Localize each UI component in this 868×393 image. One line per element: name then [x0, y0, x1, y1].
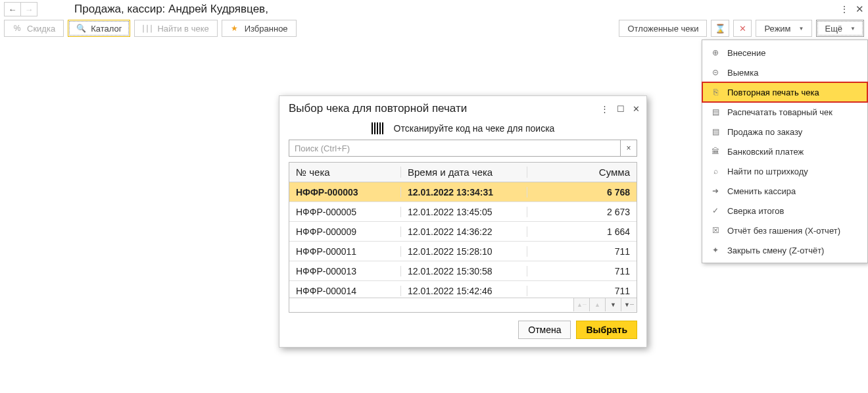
menu-item-label: Продажа по заказу [727, 127, 802, 137]
cell-number: НФФР-000013 [289, 266, 401, 276]
menu-item-label: Сменить кассира [727, 186, 796, 196]
cell-sum: 1 664 [527, 226, 637, 237]
menu-item-label: Банковский платеж [727, 147, 804, 157]
menu-item-label: Внесение [727, 48, 765, 58]
favorites-button[interactable]: ★ Избранное [222, 20, 297, 37]
menu-item-icon: ☒ [710, 225, 721, 236]
menu-item-10[interactable]: ✦Закрыть смену (Z-отчёт) [702, 240, 867, 260]
menu-item-4[interactable]: ▤Продажа по заказу [702, 122, 867, 142]
discount-button[interactable]: % Скидка [4, 20, 64, 37]
menu-item-7[interactable]: ➜Сменить кассира [702, 181, 867, 201]
search-icon: 🔍 [76, 24, 85, 33]
menu-item-0[interactable]: ⊕Внесение [702, 43, 867, 63]
cell-datetime: 12.01.2022 13:45:05 [401, 207, 527, 217]
more-label: Ещё [825, 24, 842, 34]
reprint-receipt-dialog: Выбор чека для повторной печати ⋮ ☐ ✕ От… [279, 95, 647, 348]
cell-sum: 711 [527, 286, 637, 296]
hourglass-icon: ⌛ [715, 24, 726, 34]
dialog-close-button[interactable]: ✕ [633, 104, 640, 114]
delete-icon: ✕ [739, 24, 746, 34]
cell-sum: 711 [527, 246, 637, 257]
col-number[interactable]: № чека [289, 167, 401, 178]
table-first-button[interactable]: ▲— [573, 298, 589, 311]
catalog-button[interactable]: 🔍 Каталог [68, 20, 130, 37]
chevron-down-icon: ▼ [799, 26, 804, 32]
more-dropdown-menu: ⊕Внесение⊝Выемка⎘Повторная печать чека▤Р… [702, 39, 868, 263]
catalog-label: Каталог [91, 24, 122, 34]
find-in-receipt-button[interactable]: ∣∣∣ Найти в чеке [134, 20, 217, 37]
scan-hint: Отсканируйте код на чеке для поиска [394, 123, 555, 134]
menu-item-3[interactable]: ▤Распечатать товарный чек [702, 102, 867, 122]
table-up-button[interactable]: ▲ [589, 298, 605, 311]
menu-item-2[interactable]: ⎘Повторная печать чека [702, 82, 867, 102]
menu-item-label: Выемка [727, 68, 758, 78]
mode-button[interactable]: Режим ▼ [756, 20, 812, 37]
cell-datetime: 12.01.2022 14:36:22 [401, 226, 527, 237]
table-row[interactable]: НФФР-00001112.01.2022 15:28:10711 [289, 242, 637, 261]
favorites-label: Избранное [245, 24, 288, 34]
dialog-maximize-button[interactable]: ☐ [617, 104, 625, 114]
menu-item-1[interactable]: ⊝Выемка [702, 63, 867, 82]
table-row[interactable]: НФФР-00000912.01.2022 14:36:221 664 [289, 222, 637, 242]
menu-item-9[interactable]: ☒Отчёт без гашения (X-отчет) [702, 221, 867, 240]
delete-button[interactable]: ✕ [733, 20, 752, 37]
barcode-scan-icon [372, 122, 385, 134]
col-datetime[interactable]: Время и дата чека [401, 167, 527, 178]
menu-item-icon: ✦ [710, 245, 721, 255]
header-more-icon[interactable]: ⋮ [840, 4, 849, 14]
hourglass-button[interactable]: ⌛ [711, 20, 729, 37]
cancel-button[interactable]: Отмена [518, 321, 571, 339]
nav-forward-button[interactable]: → [20, 2, 37, 16]
table-row[interactable]: НФФР-00000312.01.2022 13:34:316 768 [289, 182, 637, 202]
menu-item-label: Найти по штрихкоду [727, 167, 808, 176]
barcode-icon: ∣∣∣ [143, 24, 152, 33]
menu-item-label: Распечатать товарный чек [727, 107, 832, 117]
clear-search-button[interactable]: × [620, 140, 637, 157]
cell-number: НФФР-000011 [289, 246, 401, 257]
menu-item-icon: ⊝ [710, 67, 721, 78]
nav-back-button[interactable]: ← [4, 2, 21, 16]
menu-item-icon: 🏛 [710, 146, 721, 157]
receipts-table: № чека Время и дата чека Сумма НФФР-0000… [289, 162, 637, 313]
table-row[interactable]: НФФР-00000512.01.2022 13:45:052 673 [289, 202, 637, 222]
cell-datetime: 12.01.2022 15:42:46 [401, 286, 527, 296]
deferred-label: Отложенные чеки [627, 24, 698, 34]
menu-item-icon: ▤ [710, 126, 721, 137]
menu-item-6[interactable]: ⌕Найти по штрихкоду [702, 161, 867, 181]
menu-item-icon: ✓ [710, 205, 721, 216]
cell-number: НФФР-000009 [289, 226, 401, 237]
menu-item-icon: ⊕ [710, 47, 721, 58]
dialog-title: Выбор чека для повторной печати [289, 102, 467, 115]
table-row[interactable]: НФФР-00001312.01.2022 15:30:58711 [289, 261, 637, 281]
deferred-receipts-button[interactable]: Отложенные чеки [619, 20, 707, 37]
cell-datetime: 12.01.2022 13:34:31 [401, 187, 527, 197]
cell-sum: 2 673 [527, 207, 637, 217]
percent-icon: % [12, 24, 22, 33]
cell-sum: 6 768 [527, 187, 637, 197]
table-down-button[interactable]: ▼ [605, 298, 621, 311]
find-in-receipt-label: Найти в чеке [157, 24, 208, 34]
col-sum[interactable]: Сумма [527, 167, 637, 178]
toolbar: % Скидка 🔍 Каталог ∣∣∣ Найти в чеке ★ Из… [0, 18, 868, 38]
table-row[interactable]: НФФР-00001412.01.2022 15:42:46711 [289, 281, 637, 298]
menu-item-label: Повторная печать чека [727, 88, 819, 97]
header-close-button[interactable]: ✕ [856, 3, 864, 15]
menu-item-icon: ⎘ [710, 87, 721, 97]
mode-label: Режим [764, 24, 790, 34]
menu-item-5[interactable]: 🏛Банковский платеж [702, 142, 867, 161]
cell-number: НФФР-000003 [289, 187, 401, 197]
menu-item-icon: ➜ [710, 186, 721, 196]
table-last-button[interactable]: ▼— [621, 298, 637, 311]
page-title: Продажа, кассир: Андрей Кудрявцев, [74, 3, 268, 16]
search-input[interactable] [289, 140, 620, 157]
dialog-more-icon[interactable]: ⋮ [600, 104, 609, 114]
cell-datetime: 12.01.2022 15:28:10 [401, 246, 527, 257]
menu-item-icon: ⌕ [710, 166, 721, 176]
menu-item-label: Закрыть смену (Z-отчёт) [727, 246, 824, 255]
star-icon: ★ [230, 24, 239, 33]
menu-item-8[interactable]: ✓Сверка итогов [702, 201, 867, 221]
menu-item-label: Отчёт без гашения (X-отчет) [727, 226, 840, 236]
more-button[interactable]: Ещё ▼ [816, 20, 864, 37]
select-button[interactable]: Выбрать [576, 321, 637, 339]
cell-number: НФФР-000005 [289, 207, 401, 217]
